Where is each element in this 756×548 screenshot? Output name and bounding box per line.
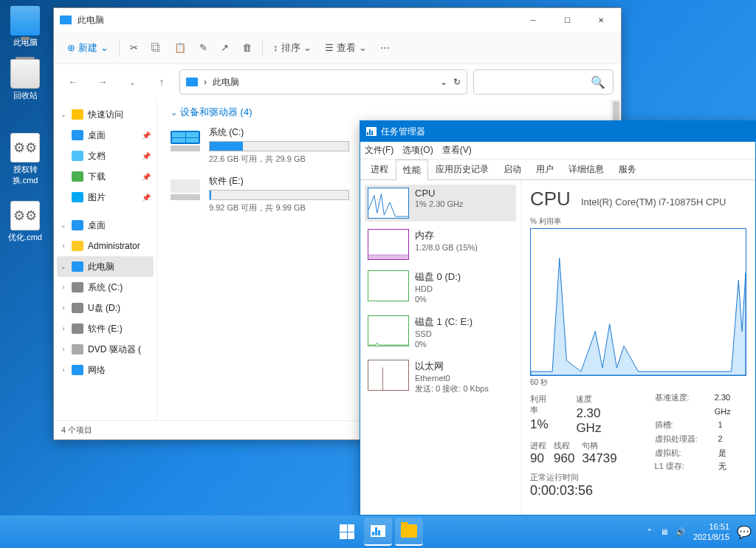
maximize-button[interactable]: ☐ (550, 9, 584, 31)
taskbar-taskmanager[interactable] (364, 518, 392, 546)
taskbar: ⌃ 🖥 🔊 16:51 2021/8/15 💬 (0, 516, 756, 548)
pc-icon (186, 78, 198, 86)
sidebar-downloads[interactable]: 下载📌 (57, 166, 154, 187)
taskbar-explorer[interactable] (395, 518, 423, 546)
sidebar-desktop2[interactable]: ⌄桌面 (57, 215, 154, 236)
address-text: 此电脑 (213, 76, 239, 89)
up-button[interactable]: ⌄ (120, 70, 144, 94)
desktop-icon-this-pc[interactable]: 此电脑 (3, 6, 47, 48)
desktop-icon-label: 优化.cmd (3, 232, 47, 243)
stat-handles: 34739 (582, 451, 616, 466)
menu-view[interactable]: 查看(V) (442, 144, 472, 157)
util-label: % 利用率 (530, 216, 746, 227)
refresh-icon[interactable]: ↻ (453, 77, 461, 87)
window-title: 此电脑 (78, 14, 516, 27)
sidebar-quick-access[interactable]: ⌄快速访问 (57, 104, 154, 125)
tab-history[interactable]: 应用历史记录 (428, 159, 496, 179)
explorer-toolbar: ⊕ 新建 ⌄ ✂ ⿻ 📋 ✎ ↗ 🗑 ↕ 排序 ⌄ ☰ 查看 ⌄ ⋯ (54, 32, 621, 64)
paste-button[interactable]: 📋 (168, 36, 192, 60)
tray-chevron-icon[interactable]: ⌃ (646, 527, 653, 537)
forward-button[interactable]: → (91, 70, 114, 94)
taskmanager-right-panel: CPU Intel(R) Core(TM) i7-10875H CPU % 利用… (521, 180, 755, 515)
desktop-icon-opt-cmd[interactable]: ⚙⚙ 优化.cmd (3, 201, 47, 243)
drive-stat: 9.92 GB 可用，共 9.99 GB (209, 202, 349, 213)
stat-processes: 90 (530, 451, 546, 466)
menu-options[interactable]: 选项(O) (402, 144, 433, 157)
sidebar-software-e[interactable]: ›软件 (E:) (57, 318, 154, 339)
drive-name: 软件 (E:) (209, 175, 349, 188)
recycle-bin-icon (10, 59, 40, 89)
tab-services[interactable]: 服务 (611, 159, 644, 179)
section-header[interactable]: 设备和驱动器 (4) (171, 106, 608, 119)
sidebar-pictures[interactable]: 图片📌 (57, 187, 154, 208)
cut-button[interactable]: ✂ (124, 36, 144, 60)
stat-base-speed: 2.30 GHz (715, 391, 746, 418)
cpu-chart (530, 228, 746, 376)
perf-item-cpu[interactable]: CPU1% 2.30 GHz (365, 185, 516, 222)
sidebar-dvd[interactable]: ›DVD 驱动器 ( (57, 339, 154, 360)
taskmanager-tabs: 进程 性能 应用历史记录 启动 用户 详细信息 服务 (360, 160, 755, 180)
sidebar-admin[interactable]: ›Administrator (57, 236, 154, 256)
stat-vm: 是 (718, 446, 726, 460)
desktop-icon-label: 回收站 (3, 90, 47, 101)
window-title: 任务管理器 (381, 126, 425, 138)
start-button[interactable] (333, 518, 361, 546)
drive-name: 系统 (C:) (209, 126, 349, 139)
pc-icon (60, 16, 72, 24)
cpu-subtitle: Intel(R) Core(TM) i7-10875H CPU (581, 196, 726, 208)
sidebar-desktop[interactable]: 桌面📌 (57, 125, 154, 145)
taskmanager-window: 任务管理器 文件(F) 选项(O) 查看(V) 进程 性能 应用历史记录 启动 … (360, 120, 756, 516)
up-button[interactable]: ↑ (150, 70, 173, 94)
explorer-sidebar: ⌄快速访问 桌面📌 文档📌 下载📌 图片📌 ⌄桌面 ›Administrator… (54, 100, 157, 420)
tray-notification-icon[interactable]: 💬 (737, 525, 752, 539)
desktop-icon-label: 授权转换.cmd (3, 164, 47, 186)
search-input[interactable]: 🔍 (473, 69, 614, 95)
monitor-icon (10, 6, 40, 35)
perf-item-ethernet[interactable]: 以太网Ethernet0发送: 0 接收: 0 Kbps (365, 357, 516, 397)
tray-volume-icon[interactable]: 🔊 (676, 527, 686, 537)
minimize-button[interactable]: ─ (516, 9, 550, 31)
explorer-titlebar[interactable]: 此电脑 ─ ☐ ✕ (54, 8, 621, 32)
desktop-icon-recycle-bin[interactable]: 回收站 (3, 59, 47, 101)
new-button[interactable]: ⊕ 新建 ⌄ (61, 36, 114, 60)
view-button[interactable]: ☰ 查看 ⌄ (319, 36, 373, 60)
cpu-title: CPU (530, 188, 571, 210)
chevron-down-icon[interactable]: ⌄ (440, 77, 447, 87)
tab-users[interactable]: 用户 (529, 159, 561, 179)
stat-l1: 无 (718, 459, 726, 473)
tab-processes[interactable]: 进程 (363, 159, 396, 179)
sidebar-udisk-d[interactable]: ›U盘 (D:) (57, 298, 154, 318)
perf-item-disk1[interactable]: 磁盘 1 (C: E:)SSD0% (365, 312, 516, 353)
sidebar-system-c[interactable]: ›系统 (C:) (57, 277, 154, 298)
back-button[interactable]: ← (61, 70, 85, 94)
share-button[interactable]: ↗ (215, 36, 235, 60)
sidebar-documents[interactable]: 文档📌 (57, 145, 154, 166)
close-button[interactable]: ✕ (584, 9, 618, 31)
search-icon: 🔍 (591, 75, 605, 89)
taskmanager-left-panel: CPU1% 2.30 GHz 内存1.2/8.0 GB (15%) 磁盘 0 (… (360, 180, 521, 515)
menu-file[interactable]: 文件(F) (365, 144, 394, 157)
delete-button[interactable]: 🗑 (236, 36, 258, 60)
desktop-icon-auth-cmd[interactable]: ⚙⚙ 授权转换.cmd (3, 133, 47, 186)
gear-icon: ⚙⚙ (10, 133, 40, 162)
perf-item-disk0[interactable]: 磁盘 0 (D:)HDD0% (365, 267, 516, 308)
tray-network-icon[interactable]: 🖥 (660, 527, 668, 536)
svg-rect-0 (368, 255, 408, 259)
tab-details[interactable]: 详细信息 (561, 159, 611, 179)
drive-stat: 22.6 GB 可用，共 29.9 GB (209, 154, 349, 165)
taskmanager-menubar: 文件(F) 选项(O) 查看(V) (360, 142, 755, 160)
tab-startup[interactable]: 启动 (496, 159, 529, 179)
taskmanager-titlebar[interactable]: 任务管理器 (360, 121, 755, 142)
perf-item-memory[interactable]: 内存1.2/8.0 GB (15%) (365, 226, 516, 263)
sort-button[interactable]: ↕ 排序 ⌄ (267, 36, 317, 60)
stat-sockets: 1 (718, 418, 723, 432)
copy-button[interactable]: ⿻ (145, 36, 167, 60)
tab-performance[interactable]: 性能 (396, 160, 428, 180)
sidebar-this-pc[interactable]: ⌄此电脑 (57, 256, 154, 277)
stat-uptime: 0:00:03:56 (530, 483, 625, 499)
rename-button[interactable]: ✎ (193, 36, 213, 60)
more-button[interactable]: ⋯ (374, 36, 396, 60)
sidebar-network[interactable]: ›网络 (57, 360, 154, 380)
taskbar-clock[interactable]: 16:51 2021/8/15 (693, 521, 729, 543)
address-bar[interactable]: › 此电脑 ⌄ ↻ (179, 69, 467, 95)
